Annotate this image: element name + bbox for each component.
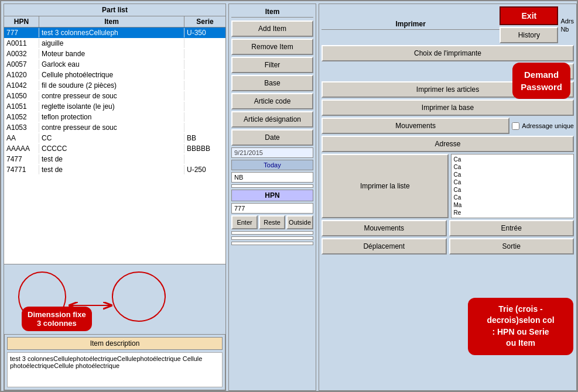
part-list-body[interactable]: 777test 3 colonnesCellulephU-350A0011aig… <box>4 27 225 264</box>
cell-serie <box>184 70 225 80</box>
table-row[interactable]: A0011aiguille <box>4 38 225 49</box>
imprimer-liste-row: Imprimer la liste CaCaCaCaCaCaMaRe <box>322 154 574 218</box>
right-top-row: Imprimer Exit History Adrs Nb <box>322 6 574 43</box>
list-item: Ma <box>453 201 573 209</box>
mouvements2-entree-row: Mouvements Entrée <box>322 220 574 236</box>
hpn-value-field[interactable]: 777 <box>231 203 313 214</box>
svg-point-1 <box>112 272 165 321</box>
cell-hpn: 7477 <box>4 154 39 164</box>
cell-serie: U-250 <box>184 165 225 174</box>
table-row[interactable]: A1052teflon protection <box>4 112 225 122</box>
adrs-label: Adrs <box>560 18 574 25</box>
main-window: Part list HPN Item Serie 777test 3 colon… <box>1 1 578 392</box>
cell-hpn: A1050 <box>4 91 39 101</box>
history-button[interactable]: History <box>500 27 558 43</box>
table-row[interactable]: A0057Garlock eau <box>4 59 225 70</box>
exit-button[interactable]: Exit <box>500 6 558 25</box>
cell-serie: U-350 <box>184 28 225 37</box>
cell-item: test 3 colonnesCelluleph <box>39 28 184 37</box>
right-panel-title: Imprimer <box>322 19 500 30</box>
table-row[interactable]: A0032Moteur bande <box>4 49 225 59</box>
table-row[interactable]: A1050contre presseur de souc <box>4 91 225 101</box>
bottom-buttons: Enter Reste Outside <box>231 215 313 229</box>
cell-item: reglette isolante (le jeu) <box>39 102 184 111</box>
enter-button[interactable]: Enter <box>231 215 258 229</box>
cell-serie <box>184 102 225 111</box>
mouvements2-button[interactable]: Mouvements <box>322 220 447 236</box>
cell-serie <box>184 91 225 101</box>
list-item: Re <box>453 209 573 216</box>
deplacement-sortie-row: Déplacement Sortie <box>322 238 574 255</box>
list-item: Ca <box>453 163 573 171</box>
article-desig-button[interactable]: Article désignation <box>231 111 313 128</box>
deplacement-button[interactable]: Déplacement <box>322 238 447 255</box>
hpn-label: HPN <box>231 190 313 201</box>
date-button[interactable]: Date <box>231 129 313 146</box>
nb-value-field[interactable] <box>231 184 313 188</box>
table-row[interactable]: AACCBB <box>4 133 225 143</box>
table-row[interactable]: 7477test de <box>4 154 225 164</box>
cell-serie: BBBBB <box>184 144 225 153</box>
article-code-button[interactable]: Article code <box>231 93 313 109</box>
cell-serie <box>184 49 225 59</box>
entree-button[interactable]: Entrée <box>449 220 574 236</box>
table-row[interactable]: 74771test deU-250 <box>4 164 225 175</box>
cell-serie <box>184 39 225 48</box>
dimension-bubble: Dimenssion fixe3 colonnes <box>22 307 92 331</box>
table-row[interactable]: 777test 3 colonnesCellulephU-350 <box>4 27 225 38</box>
mouvements1-button[interactable]: Mouvements <box>322 118 509 134</box>
cell-hpn: 777 <box>4 28 39 37</box>
cell-item: Moteur bande <box>39 49 184 59</box>
list-item: Ca <box>453 178 573 186</box>
cell-item: aiguille <box>39 39 184 48</box>
table-row[interactable]: AAAAACCCCCBBBBB <box>4 143 225 154</box>
adressage-checkbox[interactable] <box>512 122 519 130</box>
cell-hpn: A0032 <box>4 49 39 59</box>
header-serie: Serie <box>184 16 225 27</box>
filter-button[interactable]: Filter <box>231 57 313 73</box>
list-item: Ca <box>453 194 573 201</box>
cell-hpn: A1053 <box>4 123 39 132</box>
enter-value[interactable] <box>231 231 313 235</box>
cell-item: test de <box>39 154 184 164</box>
choix-imprimante-button[interactable]: Choix de l'imprimante <box>322 45 574 61</box>
right-top-controls: Exit History <box>500 6 558 43</box>
reste-button[interactable]: Reste <box>259 215 285 229</box>
add-item-button[interactable]: Add Item <box>231 20 313 37</box>
table-row[interactable]: A1053contre presseur de souc <box>4 122 225 133</box>
remove-item-button[interactable]: Remove Item <box>231 39 313 55</box>
table-row[interactable]: A1042fil de soudure (2 pièces) <box>4 80 225 91</box>
today-button[interactable]: Today <box>231 160 313 170</box>
middle-panel-title: Item <box>231 6 313 18</box>
sortie-button[interactable]: Sortie <box>449 238 574 255</box>
item-desc-text: test 3 colonnesCellulephotoélectriqueCel… <box>7 352 223 387</box>
adresse-button[interactable]: Adresse <box>322 136 574 152</box>
adressage-label: Adressage unique <box>522 122 574 129</box>
cell-hpn: A1051 <box>4 102 39 111</box>
right-panel: Imprimer Exit History Adrs Nb Choix de l… <box>319 4 577 391</box>
cell-hpn: AAAAA <box>4 144 39 153</box>
cell-serie <box>184 123 225 132</box>
outside-button[interactable]: Outside <box>286 215 313 229</box>
base-button[interactable]: Base <box>231 75 313 91</box>
table-row[interactable]: A1020Cellule photoélectrique <box>4 70 225 80</box>
adressage-row: Adressage unique <box>512 122 574 130</box>
outside-value[interactable] <box>231 242 313 245</box>
nb-field[interactable]: NB <box>231 172 313 183</box>
left-panel: Part list HPN Item Serie 777test 3 colon… <box>4 4 226 391</box>
imprimer-base-button[interactable]: Imprimer la base <box>322 99 574 116</box>
cell-serie: BB <box>184 133 225 143</box>
part-list-title: Part list <box>4 4 225 16</box>
demand-password-bubble: DemandPassword <box>512 63 570 99</box>
cell-item: test de <box>39 165 184 174</box>
cell-item: contre presseur de souc <box>39 91 184 101</box>
cell-serie <box>184 154 225 164</box>
part-list-header: HPN Item Serie <box>4 16 225 27</box>
cell-hpn: AA <box>4 133 39 143</box>
reste-value[interactable] <box>231 236 313 240</box>
date-field[interactable]: 9/21/2015 <box>231 147 313 158</box>
imprimer-liste-button[interactable]: Imprimer la liste <box>322 154 449 218</box>
table-row[interactable]: A1051reglette isolante (le jeu) <box>4 101 225 112</box>
item-desc-label: Item description <box>7 337 223 350</box>
cell-serie <box>184 60 225 69</box>
